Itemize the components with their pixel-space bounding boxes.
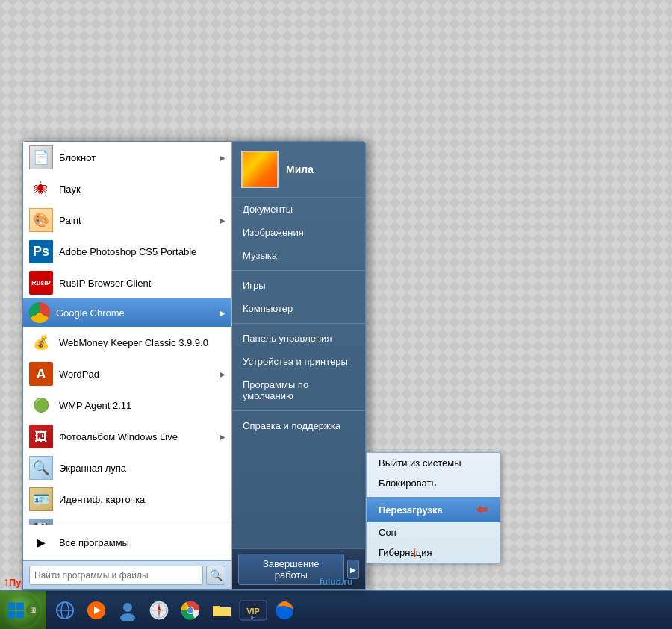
menu-item-spider[interactable]: 🕷 Паук — [23, 173, 231, 204]
vipip-icon: VIP IP — [239, 598, 267, 622]
start-left-panel: 📄 Блокнот ▶ 🕷 Паук 🎨 Paint ▶ — [23, 142, 232, 589]
taskbar-vipip-icon[interactable]: VIP IP — [239, 596, 267, 625]
restart-label: Перезагрузка — [379, 504, 443, 516]
search-button[interactable]: 🔍 — [206, 566, 225, 585]
search-input[interactable] — [29, 566, 203, 585]
photoalbum-icon: 🖼 — [29, 425, 53, 448]
svg-rect-2 — [8, 610, 16, 618]
ctx-item-sleep[interactable]: Сон — [367, 522, 500, 542]
username-label: Мила — [286, 163, 314, 175]
photoshop-label: Adobe Photoshop CS5 Portable — [59, 246, 225, 257]
menu-item-photoshop[interactable]: Ps Adobe Photoshop CS5 Portable — [23, 236, 231, 267]
right-item-music[interactable]: Музыка — [232, 244, 365, 267]
chrome-arrow: ▶ — [220, 309, 225, 317]
windows-logo-icon — [7, 600, 25, 621]
menu-item-cleanup[interactable]: 💾 Очистка диска — [23, 515, 231, 525]
paint-icon: 🎨 — [29, 208, 53, 232]
right-item-help[interactable]: Справка и поддержка — [232, 414, 365, 437]
wordpad-arrow: ▶ — [220, 370, 225, 378]
media-player-icon — [86, 600, 107, 621]
right-item-devices[interactable]: Устройства и принтеры — [232, 350, 365, 373]
menu-item-rusip[interactable]: RusIP RusIP Browser Client — [23, 267, 231, 298]
menu-item-idcard[interactable]: 🪪 Идентиф. карточка — [23, 484, 231, 515]
wmpagent-icon: 🟢 — [29, 393, 53, 417]
menu-item-webmoney[interactable]: 💰 WebMoney Keeper Classic 3.9.9.0 — [23, 327, 231, 358]
taskbar-ie-icon[interactable] — [51, 596, 79, 625]
start-right-panel: Мила Документы Изображения Музыка Игры К… — [232, 142, 365, 589]
right-item-documents[interactable]: Документы — [232, 198, 365, 221]
spider-icon: 🕷 — [29, 177, 53, 201]
ctx-item-lock[interactable]: Блокировать — [367, 473, 500, 493]
menu-items-list: 📄 Блокнот ▶ 🕷 Паук 🎨 Paint ▶ — [23, 142, 231, 525]
svg-point-19 — [187, 607, 193, 613]
right-menu-items: Документы Изображения Музыка Игры Компью… — [232, 198, 365, 437]
down-arrow-icon: ↓ — [411, 543, 418, 560]
menu-item-wordpad[interactable]: A WordPad ▶ — [23, 358, 231, 389]
chrome-icon — [29, 302, 50, 323]
right-item-computer[interactable]: Компьютер — [232, 297, 365, 320]
ctx-item-hibernate[interactable]: Гибернация — [367, 542, 500, 563]
taskbar-chrome-icon[interactable] — [176, 596, 205, 625]
user-section: Мила — [232, 142, 365, 198]
right-item-controlpanel[interactable]: Панель управления — [232, 327, 365, 350]
ie-logo-icon — [55, 600, 75, 621]
safari-icon — [149, 600, 169, 621]
taskbar-folder-icon[interactable] — [208, 596, 236, 625]
svg-point-9 — [123, 603, 132, 612]
start-menu: 📄 Блокнот ▶ 🕷 Паук 🎨 Paint ▶ — [22, 141, 366, 590]
taskbar-user-icon[interactable] — [113, 596, 142, 625]
menu-item-paint[interactable]: 🎨 Paint ▶ — [23, 204, 231, 236]
menu-item-wmpagent[interactable]: 🟢 WMP Agent 2.11 — [23, 389, 231, 421]
menu-item-notepad[interactable]: 📄 Блокнот ▶ — [23, 142, 231, 173]
notepad-label: Блокнот — [59, 152, 220, 163]
start-up-arrow-icon: ↑ — [3, 575, 9, 589]
taskbar-firefox-icon[interactable] — [270, 596, 299, 625]
wordpad-label: WordPad — [59, 369, 220, 380]
context-menu: Выйти из системы Блокировать Перезагрузк… — [366, 452, 500, 563]
all-programs-icon: ▶ — [29, 531, 53, 554]
restart-arrow-icon: ⇐ — [476, 501, 488, 518]
paint-arrow: ▶ — [220, 216, 225, 225]
menu-item-magnifier[interactable]: 🔍 Экранная лупа — [23, 452, 231, 484]
chrome-taskbar-icon — [180, 600, 201, 621]
right-item-defaults[interactable]: Программы по умолчанию — [232, 373, 365, 407]
svg-text:IP: IP — [251, 615, 256, 620]
taskbar-safari-icon[interactable] — [145, 596, 173, 625]
magnifier-label: Экранная лупа — [59, 463, 225, 474]
user-icon — [117, 600, 138, 621]
ctx-item-logout[interactable]: Выйти из системы — [367, 453, 500, 473]
desktop: 📄 Блокнот ▶ 🕷 Паук 🎨 Paint ▶ — [0, 0, 672, 629]
svg-rect-0 — [8, 602, 16, 610]
menu-item-chrome[interactable]: Google Chrome ▶ — [23, 298, 231, 327]
taskbar-mediaplayer-icon[interactable] — [82, 596, 111, 625]
svg-point-10 — [120, 613, 135, 621]
idcard-icon: 🪪 — [29, 487, 53, 511]
webmoney-icon: 💰 — [29, 331, 53, 354]
paint-label: Paint — [59, 215, 220, 226]
right-sep2 — [232, 323, 365, 324]
wordpad-icon: A — [29, 362, 53, 386]
right-sep1 — [232, 270, 365, 271]
watermark: fulud.ru — [320, 577, 353, 587]
idcard-label: Идентиф. карточка — [59, 494, 225, 505]
start-button[interactable] — [0, 591, 46, 630]
notepad-icon: 📄 — [29, 145, 53, 169]
all-programs-label: Все программы — [59, 537, 225, 548]
start-menu-body: 📄 Блокнот ▶ 🕷 Паук 🎨 Paint ▶ — [23, 142, 365, 589]
taskbar-icons: VIP IP — [46, 596, 672, 625]
down-arrow-indicator: ↓ — [411, 543, 418, 560]
rusip-icon: RusIP — [29, 271, 53, 295]
cleanup-icon: 💾 — [29, 519, 53, 525]
right-item-images[interactable]: Изображения — [232, 221, 365, 244]
all-programs-item[interactable]: ▶ Все программы — [23, 527, 231, 558]
photoalbum-arrow: ▶ — [220, 433, 225, 441]
menu-item-photoalbum[interactable]: 🖼 Фотоальбом Windows Live ▶ — [23, 421, 231, 452]
user-avatar — [241, 151, 279, 188]
ctx-item-restart[interactable]: Перезагрузка ⇐ — [367, 497, 500, 522]
right-item-games[interactable]: Игры — [232, 274, 365, 297]
ctx-separator — [370, 495, 497, 495]
svg-point-24 — [280, 606, 289, 615]
taskbar: ↑ Пуск — [0, 590, 672, 629]
start-search-area: 🔍 — [23, 560, 231, 589]
start-orb — [7, 594, 40, 627]
